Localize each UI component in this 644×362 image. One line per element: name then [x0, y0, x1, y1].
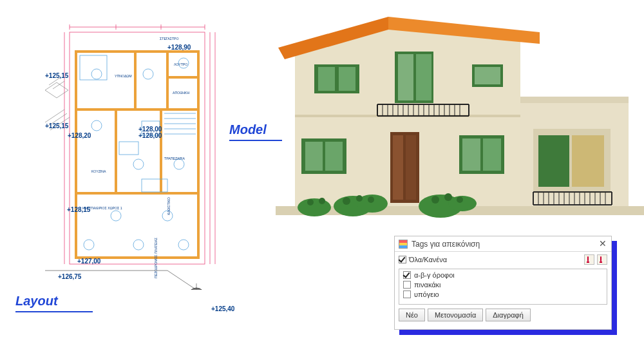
svg-point-124: [319, 198, 325, 204]
tool-icon-2[interactable]: [597, 254, 607, 265]
svg-point-121: [444, 193, 452, 201]
room-loutro: ΛΟΥΤΡΟ: [174, 62, 187, 66]
svg-line-39: [45, 110, 64, 122]
svg-point-29: [91, 120, 102, 131]
tag-item[interactable]: πινακάκι: [403, 281, 603, 289]
tool-icon-1[interactable]: [584, 254, 594, 265]
elev-7: +128,15: [67, 206, 90, 213]
svg-rect-51: [572, 135, 604, 187]
dialog-titlebar[interactable]: Tags για απεικόνιση ✕: [395, 236, 611, 252]
axis-note: ΠΕΖΟΔΡΟΜΟΣ ΠΛΑΤΕΙΑΣ: [154, 238, 158, 278]
svg-rect-107: [406, 135, 416, 200]
svg-point-30: [133, 159, 144, 169]
all-none-label: Όλα/Κανένα: [409, 256, 447, 263]
svg-rect-78: [398, 54, 413, 100]
svg-rect-75: [318, 67, 335, 91]
svg-rect-81: [475, 67, 500, 84]
elev-8: +127,00: [77, 258, 100, 265]
svg-point-120: [431, 196, 439, 204]
svg-marker-48: [517, 97, 629, 103]
svg-point-122: [457, 196, 463, 203]
layout-label: Layout: [15, 294, 58, 309]
room-trapezaria: ΤΡΑΠΕΖΑΡΙΑ: [164, 157, 185, 160]
svg-point-27: [143, 69, 153, 79]
floor-plan: ΣΤΕΓΑΣΤΡΟ YΠΝΟΔΩΜ ΛΟΥΤΡΟ ΑΠΟΘΗΚΗ ΤΡΑΠΕΖΑ…: [39, 13, 225, 290]
tag-list: α-β-γ όροφοι πινακάκι υπόγειο: [399, 269, 607, 305]
tag-item[interactable]: υπόγειο: [403, 291, 603, 298]
close-button[interactable]: ✕: [597, 238, 609, 250]
svg-point-123: [307, 199, 314, 205]
svg-rect-109: [462, 138, 480, 171]
dialog-title-text: Tags για απεικόνιση: [412, 240, 480, 249]
elev-9: +126,75: [58, 273, 81, 280]
svg-rect-50: [538, 135, 569, 187]
room-ypnosom: YΠΝΟΔΩΜ: [115, 74, 132, 78]
svg-point-119: [368, 196, 374, 203]
elev-10: +125,40: [211, 305, 234, 312]
svg-point-34: [84, 240, 94, 250]
tag-checkbox[interactable]: [403, 271, 411, 279]
all-none-checkbox[interactable]: [399, 256, 406, 263]
svg-rect-106: [393, 135, 403, 200]
room-stegastro: ΣΤΕΓΑΣΤΡΟ: [160, 37, 179, 41]
elev-6: +128,20: [68, 132, 91, 139]
room-kouzina: ΚΟΥΖΙΝΑ: [91, 169, 106, 173]
elev-1: +125,15: [45, 72, 68, 79]
tag-item[interactable]: α-β-γ όροφοι: [403, 271, 603, 279]
svg-point-31: [174, 159, 184, 169]
room-kathistiko: ΚΑΘΙΣΤΙΚΟ: [167, 197, 171, 214]
tag-label: πινακάκι: [414, 281, 441, 289]
tag-label: α-β-γ όροφοι: [414, 271, 455, 279]
svg-point-116: [298, 198, 331, 216]
svg-rect-19: [119, 142, 138, 155]
svg-point-26: [91, 69, 102, 79]
svg-rect-18: [142, 179, 167, 192]
app-icon: [399, 240, 408, 249]
svg-point-32: [111, 211, 121, 221]
svg-rect-0: [70, 32, 205, 264]
rename-button[interactable]: Μετονομασία: [428, 309, 483, 321]
tag-checkbox[interactable]: [403, 281, 411, 289]
svg-point-117: [343, 197, 350, 205]
elev-4: +128,90: [167, 44, 191, 51]
model-3d-view: [276, 13, 644, 232]
svg-rect-17: [80, 55, 107, 80]
svg-line-38: [53, 81, 64, 89]
svg-rect-110: [483, 138, 501, 171]
elev-2: +125,15: [45, 122, 68, 129]
model-label: Model: [229, 122, 267, 137]
delete-button[interactable]: Διαγραφή: [486, 309, 531, 321]
svg-rect-76: [339, 67, 355, 91]
tag-label: υπόγειο: [414, 291, 439, 298]
new-button[interactable]: Νέο: [399, 309, 425, 321]
room-apothiki: ΑΠΟΘΗΚΗ: [173, 91, 189, 95]
svg-rect-79: [416, 54, 431, 100]
tags-dialog: Tags για απεικόνιση ✕ Όλα/Κανένα α-β-γ ό…: [394, 236, 612, 330]
tag-checkbox[interactable]: [403, 291, 411, 298]
svg-point-35: [133, 240, 144, 250]
svg-rect-103: [305, 142, 323, 171]
svg-point-36: [178, 240, 189, 250]
elev-5: +128,00: [138, 132, 162, 139]
svg-rect-104: [325, 142, 343, 171]
svg-point-118: [356, 195, 363, 202]
